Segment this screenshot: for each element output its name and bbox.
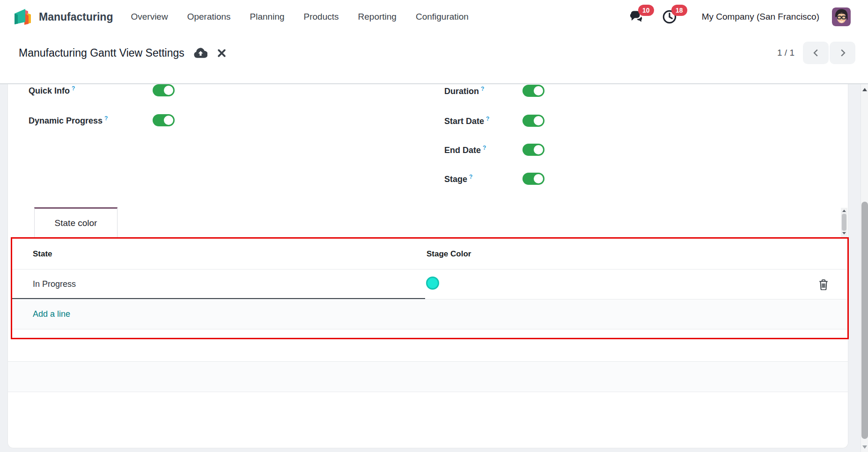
add-a-line-row[interactable]: Add a line xyxy=(11,299,849,329)
menu-reporting[interactable]: Reporting xyxy=(358,12,397,22)
menu-overview[interactable]: Overview xyxy=(131,12,168,22)
empty-band xyxy=(8,361,848,392)
manufacturing-logo-icon xyxy=(12,7,33,26)
scrollbar-down-arrow[interactable] xyxy=(862,445,867,449)
table-header-row: State Stage Color xyxy=(11,239,849,270)
field-label-stage: Stage? xyxy=(444,174,472,184)
top-navbar: Manufacturing Overview Operations Planni… xyxy=(0,0,868,34)
avatar-image xyxy=(832,7,851,26)
inner-scrollbar-down-arrow[interactable] xyxy=(842,232,846,234)
column-header-state[interactable]: State xyxy=(33,249,52,259)
delete-row-button[interactable] xyxy=(818,279,829,290)
messages-button[interactable]: 10 xyxy=(629,7,649,27)
menu-operations[interactable]: Operations xyxy=(187,12,231,22)
quick-info-toggle[interactable] xyxy=(153,84,175,96)
stage-color-dot[interactable] xyxy=(426,277,439,290)
inner-scrollbar-thumb[interactable] xyxy=(842,214,846,231)
user-avatar[interactable] xyxy=(832,7,851,26)
field-label-dynamic-progress: Dynamic Progress? xyxy=(29,115,108,126)
trash-icon xyxy=(818,279,829,290)
close-icon xyxy=(217,49,226,58)
inner-scrollbar-up-arrow[interactable] xyxy=(842,210,846,212)
help-icon: ? xyxy=(72,85,75,92)
pager-previous-button[interactable] xyxy=(803,42,829,64)
start-date-toggle[interactable] xyxy=(522,115,544,127)
activities-button[interactable]: 18 xyxy=(662,7,683,27)
form-content: Quick Info? Dynamic Progress? Duration? … xyxy=(0,84,868,452)
stage-toggle[interactable] xyxy=(522,173,544,185)
scrollbar-up-arrow[interactable] xyxy=(862,88,867,91)
focused-cell-underline xyxy=(11,298,425,299)
add-a-line-link[interactable]: Add a line xyxy=(33,309,70,319)
dynamic-progress-toggle[interactable] xyxy=(153,114,175,126)
field-label-quick-info: Quick Info? xyxy=(29,85,75,96)
help-icon: ? xyxy=(481,86,484,92)
discard-changes-button[interactable] xyxy=(217,49,226,58)
main-menu: Overview Operations Planning Products Re… xyxy=(131,12,469,22)
form-sheet: Quick Info? Dynamic Progress? Duration? … xyxy=(7,84,848,448)
page-title: Manufacturing Gantt View Settings xyxy=(19,47,184,59)
tab-state-color[interactable]: State color xyxy=(34,207,118,237)
manufacturing-app-icon[interactable] xyxy=(12,7,33,26)
field-label-start-date: Start Date? xyxy=(444,116,489,126)
menu-products[interactable]: Products xyxy=(304,12,339,22)
app-name[interactable]: Manufacturing xyxy=(39,11,113,23)
menu-planning[interactable]: Planning xyxy=(250,12,285,22)
help-icon: ? xyxy=(486,116,489,122)
company-switcher[interactable]: My Company (San Francisco) xyxy=(702,12,819,22)
field-label-duration: Duration? xyxy=(444,86,484,96)
systray: 10 18 My Company (San Francisco) xyxy=(629,7,851,27)
end-date-toggle[interactable] xyxy=(522,144,544,156)
field-label-end-date: End Date? xyxy=(444,145,486,155)
chevron-left-icon xyxy=(811,48,821,58)
help-icon: ? xyxy=(469,174,472,180)
pager-next-button[interactable] xyxy=(830,42,855,64)
duration-toggle[interactable] xyxy=(522,85,544,97)
cloud-upload-icon xyxy=(194,47,207,58)
chevron-right-icon xyxy=(838,48,847,58)
control-panel: Manufacturing Gantt View Settings 1 / 1 xyxy=(0,34,868,84)
scrollbar-thumb[interactable] xyxy=(861,202,868,439)
state-cell[interactable]: In Progress xyxy=(33,279,76,289)
page-scrollbar[interactable] xyxy=(861,84,868,452)
help-icon: ? xyxy=(483,145,486,151)
activities-badge: 18 xyxy=(671,5,687,16)
column-header-stage-color[interactable]: Stage Color xyxy=(427,249,471,259)
inner-scrollbar[interactable] xyxy=(841,208,847,237)
help-icon: ? xyxy=(104,115,108,122)
menu-configuration[interactable]: Configuration xyxy=(416,12,469,22)
save-record-button[interactable] xyxy=(194,47,207,58)
pager-value: 1 / 1 xyxy=(777,48,794,58)
messages-badge: 10 xyxy=(638,5,654,16)
